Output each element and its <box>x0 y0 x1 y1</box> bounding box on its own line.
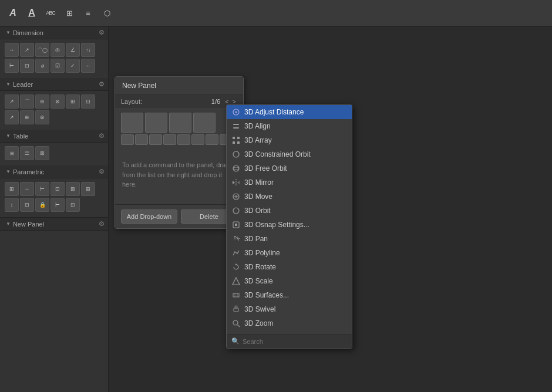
dim-tool-angle[interactable]: ∠ <box>66 43 80 57</box>
search-input[interactable] <box>243 338 347 345</box>
dim-tool-inspect[interactable]: ⊡ <box>20 59 34 73</box>
dim-tool-space[interactable]: ← <box>81 59 95 73</box>
svg-rect-5 <box>237 137 240 139</box>
cmd-item-3d-move[interactable]: 3D Move <box>227 190 352 204</box>
leader-tool-8[interactable]: ⊕ <box>20 110 34 124</box>
add-dropdown-button[interactable]: Add Drop-down <box>121 209 177 224</box>
command-list: 3D Adjust Distance 3D Align 3D Array 3D … <box>226 104 352 349</box>
table-content: ⊞ ☰ ⊠ <box>0 143 108 165</box>
command-list-scroll[interactable]: 3D Adjust Distance 3D Align 3D Array 3D … <box>227 105 352 334</box>
leader-tool-9[interactable]: ⊗ <box>35 110 49 124</box>
cmd-item-3d-free-orbit[interactable]: 3D Free Orbit <box>227 161 352 175</box>
grid-cell-small-1[interactable] <box>121 134 134 145</box>
dim-tool-aligned[interactable]: ↗ <box>20 43 34 57</box>
leader-tool-3[interactable]: ⊕ <box>35 94 49 109</box>
dim-tool-break[interactable]: ⊢ <box>5 59 19 73</box>
cmd-icon-3d-move <box>231 192 241 201</box>
cmd-item-3d-osnap[interactable]: 3D Osnap Settings... <box>227 218 352 232</box>
cmd-label-3d-mirror: 3D Mirror <box>244 178 274 187</box>
dim-tool-linear[interactable]: ↔ <box>5 43 19 57</box>
grid-cell-small-4[interactable] <box>163 134 176 145</box>
param-tool-11[interactable]: ⊡ <box>66 198 80 212</box>
grid-cell-4[interactable] <box>193 113 216 133</box>
cmd-item-3d-surfaces[interactable]: 3D Surfaces... <box>227 288 352 302</box>
dim-tool-arc[interactable]: ⌒◯ <box>35 43 49 57</box>
grid-cell-small-5[interactable] <box>177 134 190 145</box>
param-tool-10[interactable]: ⊢ <box>51 198 65 212</box>
cmd-item-3d-rotate[interactable]: 3D Rotate <box>227 260 352 274</box>
cmd-item-3d-polyline[interactable]: 3D Polyline <box>227 246 352 260</box>
toolbar-icon-list[interactable]: ≡ <box>80 5 96 21</box>
table-tool-table[interactable]: ⊞ <box>5 146 19 160</box>
cmd-item-3d-swivel[interactable]: 3D Swivel <box>227 302 352 316</box>
svg-point-9 <box>233 165 239 171</box>
cmd-item-3d-array[interactable]: 3D Array <box>227 133 352 147</box>
cmd-item-3d-align[interactable]: 3D Align <box>227 119 352 133</box>
leader-tool-2[interactable]: ⌒ <box>20 94 34 109</box>
svg-rect-4 <box>233 137 235 139</box>
parametric-gear-icon[interactable]: ⚙ <box>99 168 105 175</box>
cmd-item-3d-constrained-orbit[interactable]: 3D Constrained Orbit <box>227 147 352 161</box>
param-tool-2[interactable]: ↔ <box>20 182 34 196</box>
dimension-label: Dimension <box>13 29 43 36</box>
leader-tool-7[interactable]: ↗ <box>5 110 19 124</box>
toolbar-icon-grid1[interactable]: ⊞ <box>61 5 78 21</box>
leader-tool-6[interactable]: ⊡ <box>81 94 95 109</box>
table-tool-insert[interactable]: ☰ <box>20 146 34 160</box>
top-toolbar: A A ABC ⊞ ≡ ⬡ <box>0 0 552 26</box>
toolbar-icon-a-underline[interactable]: A <box>23 5 40 21</box>
toolbar-icon-hex[interactable]: ⬡ <box>99 5 115 21</box>
grid-cell-small-2[interactable] <box>135 134 148 145</box>
param-tool-lock[interactable]: 🔒 <box>35 198 49 212</box>
toolbar-icon-abc-search[interactable]: ABC <box>42 5 59 21</box>
dim-tool-radius[interactable]: ◎ <box>51 43 65 57</box>
param-tool-4[interactable]: ⊡ <box>51 182 65 196</box>
dim-tool-update[interactable]: ☑ <box>51 59 65 73</box>
leader-tool-4[interactable]: ⊗ <box>51 94 65 109</box>
cmd-item-3d-pan[interactable]: 3D Pan <box>227 232 352 246</box>
cmd-icon-3d-constrained-orbit <box>231 150 241 159</box>
leader-gear-icon[interactable]: ⚙ <box>99 80 105 88</box>
grid-cell-small-3[interactable] <box>149 134 162 145</box>
dim-tool-reassoc[interactable]: ✓ <box>66 59 80 73</box>
dim-tool-jogged[interactable]: ⌀ <box>35 59 49 73</box>
leader-tool-1[interactable]: ↗ <box>5 94 19 109</box>
cmd-label-3d-adjust-distance: 3D Adjust Distance <box>244 108 304 116</box>
param-tool-3[interactable]: ⊢ <box>35 182 49 196</box>
grid-cell-2[interactable] <box>145 113 167 133</box>
cmd-icon-3d-scale <box>231 276 241 286</box>
grid-cell-1[interactable] <box>121 113 143 133</box>
param-tool-5[interactable]: ⊠ <box>66 182 80 196</box>
cmd-item-3d-adjust-distance[interactable]: 3D Adjust Distance <box>227 105 352 119</box>
grid-cell-small-6[interactable] <box>191 134 204 145</box>
cmd-item-3d-orbit[interactable]: 3D Orbit <box>227 204 352 218</box>
leader-tool-5[interactable]: ⊞ <box>66 94 80 109</box>
table-tool-edit[interactable]: ⊠ <box>35 146 49 160</box>
param-tool-1[interactable]: ⊞ <box>5 182 19 196</box>
table-gear-icon[interactable]: ⚙ <box>99 132 105 140</box>
dim-tool-ordinate[interactable]: ↑↓ <box>81 43 95 57</box>
section-leader-header[interactable]: ▼ Leader ⚙ <box>0 78 108 91</box>
cmd-item-3d-zoom[interactable]: 3D Zoom <box>227 316 352 330</box>
toolbar-icon-a-italic[interactable]: A <box>5 5 21 21</box>
left-panel: ▼ Dimension ⚙ ↔ ↗ ⌒◯ ◎ ∠ ↑↓ ⊢ ⊡ ⌀ ☑ ✓ ← … <box>0 26 109 392</box>
layout-value: 1/6 <box>211 98 220 105</box>
section-parametric-header[interactable]: ▼ Parametric ⚙ <box>0 165 108 178</box>
section-table-header[interactable]: ▼ Table ⚙ <box>0 130 108 143</box>
cmd-item-3d-mirror[interactable]: 3D Mirror <box>227 175 352 190</box>
svg-point-23 <box>235 306 237 308</box>
section-new-panel-header[interactable]: ▼ New Panel ⚙ <box>0 218 108 231</box>
cmd-label-3d-align: 3D Align <box>244 122 271 130</box>
param-tool-6[interactable]: ⊞ <box>81 182 95 196</box>
cmd-icon-3d-surfaces <box>231 290 241 300</box>
param-tool-8[interactable]: ⊡ <box>20 198 34 212</box>
new-panel-gear-icon[interactable]: ⚙ <box>99 220 105 228</box>
cmd-item-3d-scale[interactable]: 3D Scale <box>227 274 352 288</box>
svg-marker-11 <box>233 181 235 184</box>
param-tool-7[interactable]: ↕ <box>5 198 19 212</box>
dimension-gear-icon[interactable]: ⚙ <box>99 29 105 36</box>
grid-cell-3[interactable] <box>169 113 191 133</box>
cmd-search-box[interactable]: 🔍 <box>227 334 352 348</box>
section-dimension-header[interactable]: ▼ Dimension ⚙ <box>0 26 108 39</box>
grid-cell-small-7[interactable] <box>206 134 218 145</box>
